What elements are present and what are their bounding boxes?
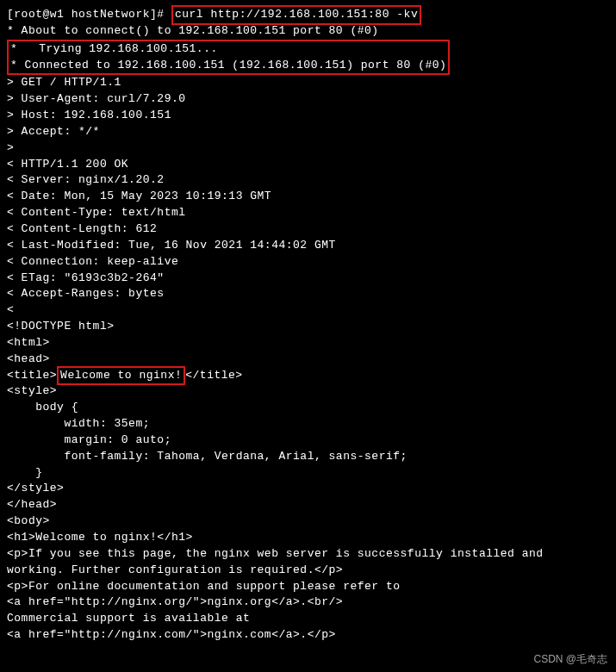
output-line: </head>	[7, 497, 609, 513]
output-line: <p>For online documentation and support …	[7, 579, 609, 595]
output-line: * About to connect() to 192.168.100.151 …	[7, 23, 609, 40]
curl-command-highlight: curl http://192.168.100.151:80 -kv	[171, 5, 421, 25]
watermark: CSDN @毛奇志	[533, 652, 607, 667]
output-line: <a href="http://nginx.com/">nginx.com</a…	[7, 627, 609, 644]
output-line: Commercial support is available at	[7, 611, 609, 627]
output-line: < Content-Length: 612	[7, 221, 609, 238]
shell-prompt: [root@w1 hostNetwork]#	[7, 7, 171, 23]
title-tag-close: </title>	[185, 368, 242, 384]
output-line: >	[7, 140, 609, 157]
output-line: font-family: Tahoma, Verdana, Arial, san…	[7, 449, 609, 465]
title-line: <title>Welcome to nginx!</title>	[7, 368, 609, 384]
output-line: * Trying 192.168.100.151...	[10, 41, 446, 58]
output-line: > Host: 192.168.100.151	[7, 108, 609, 124]
output-line: <style>	[7, 383, 609, 400]
output-line: < ETag: "6193c3b2-264"	[7, 271, 609, 287]
output-line: < Connection: keep-alive	[7, 254, 609, 271]
output-line: </style>	[7, 481, 609, 497]
command-line: [root@w1 hostNetwork]# curl http://192.1…	[7, 7, 609, 23]
title-tag-open: <title>	[7, 368, 57, 384]
output-line: <a href="http://nginx.org/">nginx.org</a…	[7, 594, 609, 611]
output-line: <html>	[7, 335, 609, 352]
connection-highlight-box: * Trying 192.168.100.151... * Connected …	[7, 40, 450, 76]
output-line: <p>If you see this page, the nginx web s…	[7, 546, 609, 563]
output-line: < Server: nginx/1.20.2	[7, 172, 609, 189]
terminal-output: [root@w1 hostNetwork]# curl http://192.1…	[7, 7, 609, 644]
nginx-title-highlight: Welcome to nginx!	[57, 366, 185, 386]
output-line: < Accept-Ranges: bytes	[7, 286, 609, 302]
output-line: }	[7, 465, 609, 482]
output-line: width: 35em;	[7, 416, 609, 432]
output-line: working. Further configuration is requir…	[7, 563, 609, 579]
output-line: margin: 0 auto;	[7, 432, 609, 449]
output-line: < Date: Mon, 15 May 2023 10:19:13 GMT	[7, 189, 609, 205]
output-line: <!DOCTYPE html>	[7, 319, 609, 335]
output-line: <h1>Welcome to nginx!</h1>	[7, 530, 609, 546]
output-line: < HTTP/1.1 200 OK	[7, 157, 609, 173]
output-line: > User-Agent: curl/7.29.0	[7, 91, 609, 108]
output-line: * Connected to 192.168.100.151 (192.168.…	[10, 58, 446, 74]
output-line: body {	[7, 400, 609, 416]
output-line: < Last-Modified: Tue, 16 Nov 2021 14:44:…	[7, 238, 609, 254]
output-line: > Accept: */*	[7, 124, 609, 140]
output-line: > GET / HTTP/1.1	[7, 75, 609, 91]
output-line: <	[7, 302, 609, 319]
output-line: <body>	[7, 513, 609, 530]
output-line: < Content-Type: text/html	[7, 205, 609, 221]
